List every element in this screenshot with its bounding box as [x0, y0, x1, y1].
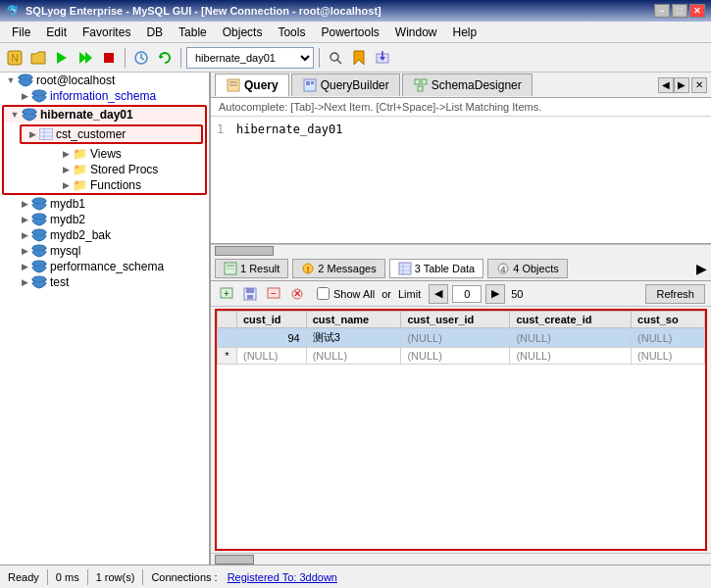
sidebar-db-mydb1[interactable]: ▶ mydb1: [14, 196, 209, 212]
row-2-cust-name[interactable]: (NULL): [306, 348, 401, 365]
test-expand-icon: ▶: [18, 275, 31, 289]
sidebar: ▼ root@localhost ▶ information_schema ▼ …: [0, 73, 211, 564]
export-button[interactable]: [372, 47, 393, 69]
refresh-button[interactable]: Refresh: [645, 284, 705, 304]
row-2-cust-so[interactable]: (NULL): [632, 348, 705, 365]
result-tab-nav-arrow[interactable]: ▶: [696, 261, 707, 276]
col-cust-create-id[interactable]: cust_create_id: [510, 312, 632, 328]
row-2-so-null: (NULL): [637, 350, 672, 362]
menu-objects[interactable]: Objects: [215, 24, 271, 41]
menu-file[interactable]: File: [4, 24, 38, 41]
svg-rect-33: [311, 81, 314, 84]
menu-window[interactable]: Window: [387, 24, 445, 41]
schemadesigner-tab-icon: [413, 77, 429, 93]
col-cust-so[interactable]: cust_so: [632, 312, 705, 328]
menu-favorites[interactable]: Favorites: [75, 24, 138, 41]
tab-querybuilder[interactable]: QueryBuilder: [291, 74, 400, 96]
menu-db[interactable]: DB: [138, 24, 171, 41]
querybuilder-tab-icon: [302, 77, 318, 93]
svg-point-16: [32, 90, 46, 96]
sidebar-db-information_schema[interactable]: ▶ information_schema: [14, 88, 209, 104]
col-cust-id[interactable]: cust_id: [237, 312, 307, 328]
data-grid[interactable]: cust_id cust_name cust_user_id cust_crea…: [215, 309, 707, 551]
database-selector[interactable]: hibernate_day01: [186, 47, 314, 69]
row-1-cust-so[interactable]: (NULL): [632, 328, 705, 348]
menu-table[interactable]: Table: [171, 24, 215, 41]
sidebar-db-performance-schema[interactable]: ▶ performance_schema: [14, 259, 209, 274]
h-scrollbar[interactable]: [211, 244, 711, 256]
run-button[interactable]: [51, 47, 73, 69]
row-1-cust-user-id[interactable]: (NULL): [401, 328, 510, 348]
svg-rect-51: [246, 288, 254, 293]
menu-tools[interactable]: Tools: [270, 24, 313, 41]
open-button[interactable]: [27, 47, 49, 69]
sidebar-db-mysql[interactable]: ▶ mysql: [14, 243, 209, 259]
menu-help[interactable]: Help: [445, 24, 485, 41]
sidebar-db-hibernate[interactable]: ▼ hibernate_day01: [4, 107, 205, 122]
bookmark-button[interactable]: [348, 47, 370, 69]
result-tab-messages-label: 2 Messages: [318, 263, 376, 274]
result-tab-messages[interactable]: ! 2 Messages: [292, 259, 384, 278]
status-sep-3: [142, 569, 143, 585]
row-2-cust-user-id[interactable]: (NULL): [401, 348, 510, 365]
row-1-cust-id[interactable]: 94: [237, 328, 307, 348]
row-2-cust-id[interactable]: (NULL): [237, 348, 307, 365]
sidebar-db-perf-label: performance_schema: [50, 260, 164, 273]
sidebar-db-info-label: information_schema: [50, 89, 156, 103]
sidebar-root[interactable]: ▼ root@localhost: [0, 73, 209, 88]
result-tab-result[interactable]: 1 Result: [215, 259, 288, 278]
menu-powertools[interactable]: Powertools: [313, 24, 386, 41]
result-tab-objects[interactable]: 4 4 Objects: [487, 259, 567, 278]
tab-next-button[interactable]: ▶: [674, 77, 689, 93]
result-tab-tabledata[interactable]: 3 Table Data: [389, 259, 484, 278]
svg-rect-36: [418, 86, 423, 91]
sidebar-table-cst-customer[interactable]: ▶ cst_customer: [22, 126, 201, 142]
pager-start-input[interactable]: [452, 285, 482, 303]
stop-button[interactable]: [98, 47, 120, 69]
data-cancel-button[interactable]: ✕: [287, 284, 307, 304]
query-tab-icon: [226, 77, 241, 93]
sidebar-table-cst-box: ▶ cst_customer: [20, 124, 203, 144]
restore-button[interactable]: □: [672, 4, 687, 18]
sidebar-db-mydb2-bak[interactable]: ▶ mydb2_bak: [14, 227, 209, 243]
col-cust-name[interactable]: cust_name: [306, 312, 401, 328]
menu-edit[interactable]: Edit: [38, 24, 75, 41]
bottom-scrollbar-thumb[interactable]: [215, 555, 254, 564]
table-row[interactable]: * (NULL) (NULL) (NULL) (NULL) (NULL): [218, 348, 705, 365]
result-tab-tabledata-label: 3 Table Data: [415, 263, 476, 274]
svg-rect-32: [306, 81, 310, 85]
search-button[interactable]: [325, 47, 346, 69]
sidebar-stored-procs[interactable]: ▶ 📁 Stored Procs: [31, 162, 205, 177]
history-button[interactable]: [130, 47, 152, 69]
pager-prev-button[interactable]: ◀: [429, 284, 448, 304]
svg-rect-6: [104, 53, 114, 63]
row-2-cust-create-id[interactable]: (NULL): [510, 348, 632, 365]
status-registered[interactable]: Registered To: 3ddown: [228, 571, 337, 583]
query-editor[interactable]: 1 hibernate_day01: [211, 117, 711, 244]
data-save-button[interactable]: [240, 284, 260, 304]
tab-prev-button[interactable]: ◀: [658, 77, 674, 93]
tab-schemadesigner[interactable]: SchemaDesigner: [402, 74, 533, 96]
run-all-button[interactable]: [75, 47, 96, 69]
h-scrollbar-thumb[interactable]: [215, 246, 274, 256]
close-button[interactable]: ✕: [689, 4, 705, 18]
data-delete-button[interactable]: −: [264, 284, 283, 304]
sidebar-db-test[interactable]: ▶ test: [14, 274, 209, 290]
sidebar-db-mydb2[interactable]: ▶ mydb2: [14, 212, 209, 227]
sidebar-functions[interactable]: ▶ 📁 Functions: [31, 177, 205, 193]
show-all-checkbox[interactable]: [317, 287, 330, 300]
col-cust-user-id[interactable]: cust_user_id: [401, 312, 510, 328]
data-insert-button[interactable]: +: [217, 284, 236, 304]
or-label: or: [381, 288, 391, 300]
new-connection-button[interactable]: N: [4, 47, 25, 69]
row-1-cust-name[interactable]: 测试3: [306, 328, 401, 348]
tab-query[interactable]: Query: [215, 74, 289, 96]
refresh-tree-button[interactable]: [154, 47, 176, 69]
bottom-scrollbar[interactable]: [211, 553, 711, 564]
table-row[interactable]: 94 测试3 (NULL) (NULL) (NULL): [218, 328, 705, 348]
sidebar-views[interactable]: ▶ 📁 Views: [31, 146, 205, 162]
minimize-button[interactable]: −: [654, 4, 670, 18]
row-1-cust-create-id[interactable]: (NULL): [510, 328, 632, 348]
tab-close-button[interactable]: ✕: [691, 77, 707, 93]
pager-next-button[interactable]: ▶: [485, 284, 505, 304]
